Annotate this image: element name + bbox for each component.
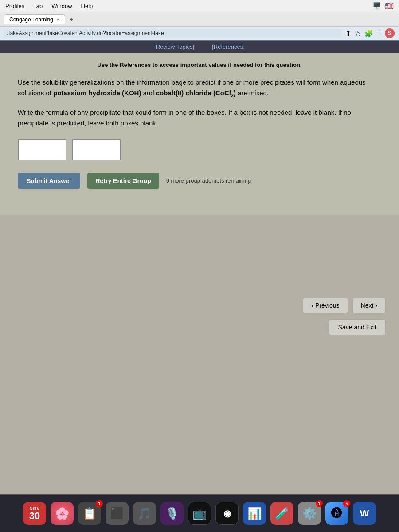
star-icon[interactable]: ☆ bbox=[355, 29, 361, 38]
appstore-icon: 🅐 5 bbox=[325, 502, 348, 525]
charts-icon: 📊 bbox=[243, 502, 266, 525]
content-area: [Review Topics] [References] Use the Ref… bbox=[0, 41, 399, 494]
reference-note: Use the References to access important v… bbox=[18, 62, 381, 68]
previous-label: Previous bbox=[315, 302, 339, 309]
dock-item-charts[interactable]: 📊 bbox=[243, 502, 266, 525]
appstore-badge: 5 bbox=[343, 500, 350, 507]
menu-window[interactable]: Window bbox=[51, 3, 72, 9]
dock-item-music[interactable]: 🎵 bbox=[133, 502, 156, 525]
dock-item-podcast[interactable]: 🎙️ bbox=[160, 502, 184, 525]
window-icon[interactable]: □ bbox=[377, 29, 381, 37]
dock-item-calendar[interactable]: NOV 30 bbox=[23, 502, 46, 525]
menu-profiles[interactable]: Profiles bbox=[5, 3, 24, 9]
submit-answer-button[interactable]: Submit Answer bbox=[18, 173, 80, 189]
answer-boxes bbox=[18, 139, 381, 160]
settings-badge: 1 bbox=[316, 500, 323, 507]
flag-icon: 🇺🇸 bbox=[385, 2, 394, 10]
new-tab-button[interactable]: + bbox=[67, 15, 76, 24]
calendar-icon: NOV 30 bbox=[23, 502, 46, 525]
dock-item-appstore[interactable]: 🅐 5 bbox=[325, 502, 348, 525]
instruction-text: Write the formula of any precipitate tha… bbox=[18, 107, 381, 129]
dock-item-science[interactable]: 🧪 bbox=[270, 502, 293, 525]
menu-bar: Profiles Tab Window Help 🖥️ 🇺🇸 bbox=[0, 0, 399, 12]
chevron-right-icon: › bbox=[375, 302, 377, 309]
upload-icon[interactable]: ⬆ bbox=[345, 29, 351, 38]
word-icon: W bbox=[353, 502, 376, 525]
save-exit-area: Save and Exit bbox=[329, 319, 386, 335]
tab-label: Cengage Learning bbox=[9, 16, 53, 23]
references-link[interactable]: [References] bbox=[212, 43, 245, 50]
dark-header: [Review Topics] [References] bbox=[0, 41, 399, 53]
review-topics-link[interactable]: [Review Topics] bbox=[154, 43, 194, 50]
content-inner: [Review Topics] [References] Use the Ref… bbox=[0, 41, 399, 494]
previous-button[interactable]: ‹ Previous bbox=[303, 298, 348, 313]
dock-item-settings[interactable]: ⚙️ 1 bbox=[298, 502, 321, 525]
tab-bar: Cengage Learning × + bbox=[4, 14, 76, 24]
n-icon: ◉ bbox=[215, 502, 239, 525]
save-exit-button[interactable]: Save and Exit bbox=[329, 319, 386, 335]
dock-item-notes[interactable]: 📋 1 bbox=[78, 502, 101, 525]
dock-item-n[interactable]: ◉ bbox=[215, 502, 239, 525]
notes-icon: 📋 1 bbox=[78, 502, 101, 525]
calendar-day: 30 bbox=[29, 511, 40, 521]
question-text: Use the solubility generalizations on th… bbox=[18, 77, 381, 99]
buttons-row: Submit Answer Retry Entire Group 9 more … bbox=[18, 173, 381, 189]
profile-button[interactable]: S bbox=[385, 28, 395, 38]
retry-group-button[interactable]: Retry Entire Group bbox=[87, 173, 159, 189]
dock-item-files[interactable]: ⬛ bbox=[106, 502, 129, 525]
dock-item-word[interactable]: W bbox=[353, 502, 376, 525]
dock: NOV 30 🌸 📋 1 ⬛ 🎵 🎙️ 📺 ◉ 📊 🧪 ⚙️ 1 bbox=[0, 494, 399, 532]
address-bar: ⬆ ☆ 🧩 □ S bbox=[0, 27, 399, 41]
browser-icons: ⬆ ☆ 🧩 □ S bbox=[345, 28, 395, 38]
navigation-area: ‹ Previous Next › bbox=[303, 298, 386, 313]
menu-tab[interactable]: Tab bbox=[33, 3, 43, 9]
tab-cengage[interactable]: Cengage Learning × bbox=[4, 14, 65, 24]
compound1: potassium hydroxide (KOH) bbox=[53, 89, 141, 97]
photos-icon: 🌸 bbox=[51, 502, 74, 525]
browser-chrome: Cengage Learning × + bbox=[0, 12, 399, 27]
answer-box-1[interactable] bbox=[18, 139, 66, 160]
dock-item-tv[interactable]: 📺 bbox=[188, 502, 211, 525]
attempts-remaining: 9 more group attempts remaining bbox=[166, 177, 251, 184]
extension-icon[interactable]: 🧩 bbox=[364, 29, 373, 38]
tv-icon: 📺 bbox=[188, 502, 211, 525]
question-area: Use the References to access important v… bbox=[0, 53, 399, 215]
next-button[interactable]: Next › bbox=[352, 298, 386, 313]
url-input[interactable] bbox=[4, 29, 342, 38]
notes-badge: 1 bbox=[96, 500, 103, 507]
menu-help[interactable]: Help bbox=[81, 3, 93, 9]
tab-close-button[interactable]: × bbox=[57, 17, 59, 22]
dock-item-photos[interactable]: 🌸 bbox=[51, 502, 74, 525]
chevron-left-icon: ‹ bbox=[311, 302, 313, 309]
music-icon: 🎵 bbox=[133, 502, 156, 525]
files-icon: ⬛ bbox=[106, 502, 129, 525]
settings-icon: ⚙️ 1 bbox=[298, 502, 321, 525]
display-icon: 🖥️ bbox=[372, 2, 381, 10]
science-icon: 🧪 bbox=[270, 502, 293, 525]
next-label: Next bbox=[361, 302, 374, 309]
spacer: ‹ Previous Next › Save and Exit bbox=[0, 215, 399, 366]
answer-box-2[interactable] bbox=[72, 139, 121, 160]
podcast-icon: 🎙️ bbox=[160, 502, 184, 525]
compound2: cobalt(II) chloride (CoCl2) bbox=[156, 89, 236, 97]
